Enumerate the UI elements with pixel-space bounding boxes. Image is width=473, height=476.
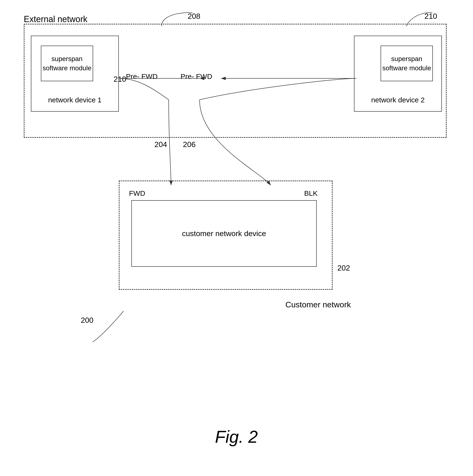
pre-fwd-right-label: Pre- FWD	[181, 72, 212, 81]
ref-206: 206	[183, 140, 195, 149]
ref-208: 208	[188, 12, 200, 21]
ref-202: 202	[337, 264, 350, 272]
superspan-module-1-text: superspan software module	[41, 54, 93, 73]
customer-network-text: Customer network	[285, 299, 351, 310]
blk-label: BLK	[304, 189, 318, 197]
ref-200: 200	[81, 316, 93, 325]
external-network-label: External network	[24, 14, 88, 24]
network-device-2-label: network device 2	[354, 96, 441, 104]
network-device-1-label: network device 1	[31, 96, 118, 104]
customer-network-label: Customer network	[285, 299, 351, 310]
fwd-label: FWD	[129, 189, 145, 197]
superspan-module-2: superspan software module	[381, 46, 433, 81]
pre-fwd-left-label: Pre- FWD	[126, 72, 158, 81]
customer-network-device-text: customer network device	[182, 229, 266, 238]
network-device-1-box: superspan software module network device…	[31, 36, 119, 112]
ref-204: 204	[154, 140, 167, 149]
customer-network-device-box: customer network device	[131, 200, 317, 267]
network-device-2-box: superspan software module network device…	[354, 36, 442, 112]
superspan-module-1: superspan software module	[41, 46, 93, 81]
superspan-module-2-text: superspan software module	[381, 54, 432, 73]
ref-210-left: 210	[114, 75, 126, 84]
customer-network-box: FWD BLK customer network device Customer…	[119, 181, 333, 290]
fig-2-label: Fig. 2	[215, 427, 258, 446]
ref-210-top: 210	[424, 12, 437, 21]
